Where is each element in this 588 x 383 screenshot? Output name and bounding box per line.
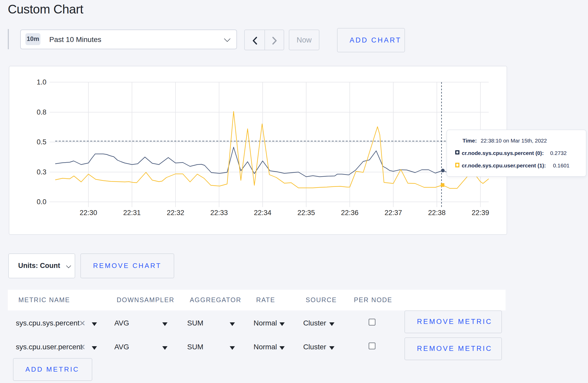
svg-text:22:39: 22:39 <box>471 209 489 216</box>
svg-text:0.5: 0.5 <box>36 138 46 146</box>
svg-text:0.8: 0.8 <box>36 108 46 116</box>
svg-text:22:33: 22:33 <box>210 209 228 216</box>
svg-text:0.3: 0.3 <box>36 168 46 176</box>
svg-text:22:38: 22:38 <box>428 209 445 216</box>
svg-text:22:36: 22:36 <box>341 209 358 216</box>
svg-text:22:37: 22:37 <box>384 209 402 216</box>
svg-text:22:32: 22:32 <box>166 209 184 216</box>
svg-text:1.0: 1.0 <box>36 78 46 86</box>
svg-text:22:35: 22:35 <box>297 209 315 216</box>
svg-text:22:31: 22:31 <box>123 209 141 216</box>
svg-text:22:30: 22:30 <box>79 209 97 216</box>
svg-text:0.0: 0.0 <box>36 198 46 205</box>
svg-text:22:34: 22:34 <box>254 209 271 216</box>
